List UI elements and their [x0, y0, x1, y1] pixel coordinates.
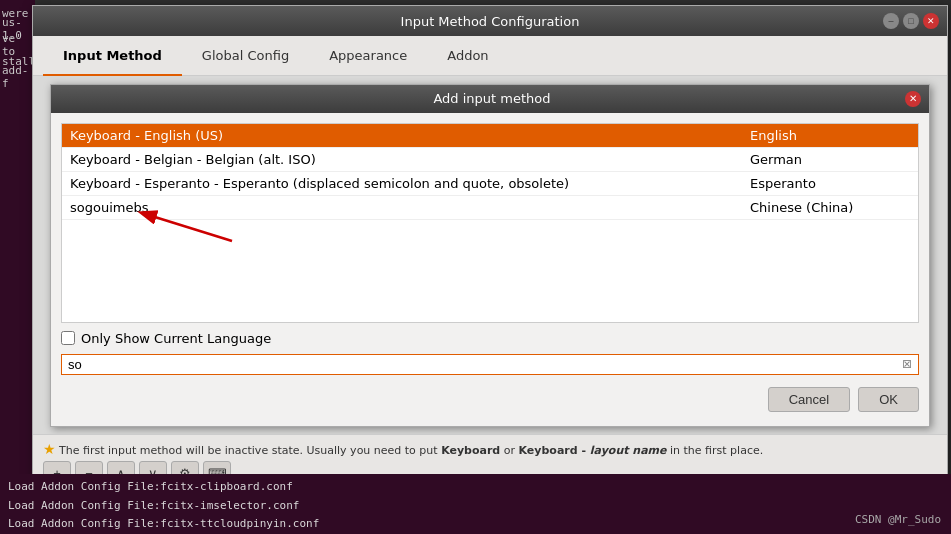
tab-appearance[interactable]: Appearance — [309, 36, 427, 76]
im-name: sogouimebs — [70, 200, 750, 215]
info-suffix: in the first place. — [670, 444, 763, 457]
ok-button[interactable]: OK — [858, 387, 919, 412]
im-row-belgian[interactable]: Keyboard - Belgian - Belgian (alt. ISO) … — [62, 148, 918, 172]
minimize-button[interactable]: – — [883, 13, 899, 29]
star-icon: ★ — [43, 441, 56, 457]
tab-bar: Input Method Global Config Appearance Ad… — [33, 36, 947, 76]
main-window: Input Method Configuration – □ ✕ Input M… — [32, 5, 948, 495]
title-bar: Input Method Configuration – □ ✕ — [33, 6, 947, 36]
terminal-line-2: Load Addon Config File:fcitx-imselector.… — [8, 497, 943, 516]
dialog-buttons: Cancel OK — [61, 383, 919, 416]
im-row-english-us[interactable]: Keyboard - English (US) English — [62, 124, 918, 148]
im-row-sogouimebs[interactable]: sogouimebs Chinese (China) — [62, 196, 918, 220]
terminal-line-3: Load Addon Config File:fcitx-ttcloudpiny… — [8, 515, 943, 534]
close-button[interactable]: ✕ — [923, 13, 939, 29]
bottom-info-text: ★ The first input method will be inactiv… — [43, 441, 937, 457]
im-lang: Chinese (China) — [750, 200, 910, 215]
dialog-overlay: Add input method ✕ Keyboard - English (U… — [33, 76, 947, 434]
im-lang: Esperanto — [750, 176, 910, 191]
window-controls: – □ ✕ — [883, 13, 939, 29]
maximize-button[interactable]: □ — [903, 13, 919, 29]
terminal-line-1: Load Addon Config File:fcitx-clipboard.c… — [8, 478, 943, 497]
window-title: Input Method Configuration — [97, 14, 883, 29]
im-name: Keyboard - Esperanto - Esperanto (displa… — [70, 176, 750, 191]
only-show-current-language-checkbox[interactable] — [61, 331, 75, 345]
dialog-content: Keyboard - English (US) English Keyboard… — [51, 113, 929, 426]
info-prefix: The first input method will be inactive … — [59, 444, 441, 457]
dialog-close-button[interactable]: ✕ — [905, 91, 921, 107]
search-row: ⊠ — [61, 354, 919, 375]
terminal-line: ve' to — [0, 37, 35, 53]
search-input[interactable] — [68, 357, 898, 372]
search-clear-icon[interactable]: ⊠ — [902, 357, 912, 371]
add-input-method-dialog: Add input method ✕ Keyboard - English (U… — [50, 84, 930, 427]
info-bold-keyboard: Keyboard — [441, 444, 500, 457]
cancel-button[interactable]: Cancel — [768, 387, 850, 412]
main-content: Add input method ✕ Keyboard - English (U… — [33, 76, 947, 434]
im-lang: English — [750, 128, 910, 143]
bottom-terminal: Load Addon Config File:fcitx-clipboard.c… — [0, 474, 951, 534]
dialog-title-bar: Add input method ✕ — [51, 85, 929, 113]
left-terminal: were us-1.0 ve' to stalle add-f — [0, 0, 35, 534]
im-name: Keyboard - English (US) — [70, 128, 750, 143]
svg-line-1 — [142, 213, 232, 241]
im-lang: German — [750, 152, 910, 167]
terminal-line: add-f — [0, 69, 35, 85]
tab-addon[interactable]: Addon — [427, 36, 508, 76]
csdn-watermark: CSDN @Mr_Sudo — [855, 513, 941, 526]
only-show-current-language-label: Only Show Current Language — [81, 331, 271, 346]
im-row-esperanto[interactable]: Keyboard - Esperanto - Esperanto (displa… — [62, 172, 918, 196]
checkbox-row: Only Show Current Language — [61, 331, 919, 346]
tab-global-config[interactable]: Global Config — [182, 36, 309, 76]
tab-input-method[interactable]: Input Method — [43, 36, 182, 76]
info-mid: or — [504, 444, 519, 457]
input-method-list[interactable]: Keyboard - English (US) English Keyboard… — [61, 123, 919, 323]
dialog-title: Add input method — [79, 91, 905, 106]
im-name: Keyboard - Belgian - Belgian (alt. ISO) — [70, 152, 750, 167]
info-italic-layout: layout name — [590, 444, 667, 457]
info-bold-keyboard2: Keyboard - layout name — [519, 444, 667, 457]
